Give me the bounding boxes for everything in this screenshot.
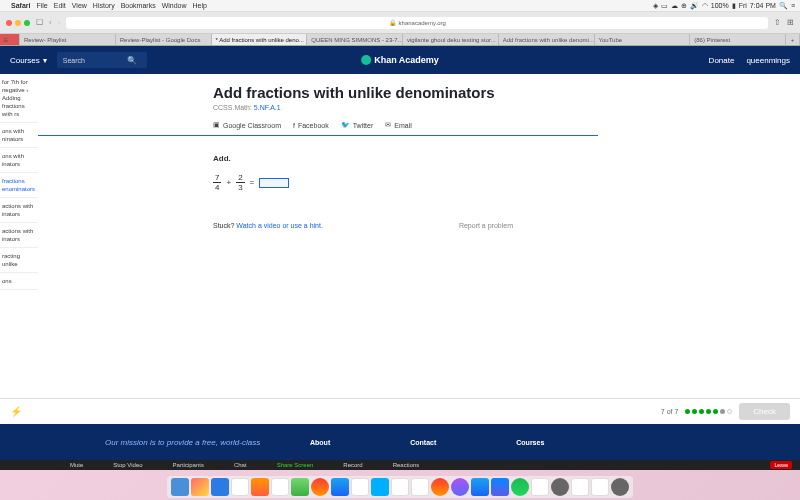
footer-courses[interactable]: Courses — [516, 439, 544, 446]
sidebar-item[interactable]: racting unlike — [0, 248, 38, 273]
downloads-icon[interactable] — [591, 478, 609, 496]
sidebar-toggle-icon[interactable]: ☐ — [36, 18, 43, 27]
zoom-participants[interactable]: Participants — [173, 462, 204, 468]
share-facebook[interactable]: f Facebook — [293, 121, 329, 129]
tab-4[interactable]: QUEEN MING SIMMONS - 23-7... — [307, 34, 403, 45]
music-icon[interactable] — [431, 478, 449, 496]
window-controls — [6, 20, 30, 26]
zoom-reactions[interactable]: Reactions — [393, 462, 420, 468]
sidebar-item[interactable]: ons with inators — [0, 148, 38, 173]
battery-icon: ▮ — [732, 2, 736, 10]
finder-icon[interactable] — [171, 478, 189, 496]
khan-logo[interactable]: Khan Academy — [361, 55, 439, 65]
messages-icon[interactable] — [291, 478, 309, 496]
app2-icon[interactable] — [531, 478, 549, 496]
photos-icon[interactable] — [351, 478, 369, 496]
mac-dock — [167, 476, 633, 498]
search-icon[interactable]: 🔍 — [779, 2, 788, 10]
menu-edit[interactable]: Edit — [54, 2, 66, 9]
share-classroom[interactable]: ▣ Google Classroom — [213, 121, 281, 129]
menu-view[interactable]: View — [72, 2, 87, 9]
sidebar-item[interactable]: ons — [0, 273, 38, 290]
settings-icon[interactable] — [551, 478, 569, 496]
podcasts-icon[interactable] — [451, 478, 469, 496]
problem: Add. 7 4 + 2 3 = — [213, 154, 800, 192]
menu-bookmarks[interactable]: Bookmarks — [121, 2, 156, 9]
donate-link[interactable]: Donate — [709, 56, 735, 65]
tab-8[interactable]: (86) Pinterest — [690, 34, 786, 45]
pages-icon[interactable] — [411, 478, 429, 496]
app-icon[interactable] — [491, 478, 509, 496]
zoom-share[interactable]: Share Screen — [277, 462, 314, 468]
folder-icon[interactable] — [571, 478, 589, 496]
calendar-icon[interactable] — [271, 478, 289, 496]
minimize-icon[interactable] — [15, 20, 21, 26]
breadcrumb[interactable]: for 7th for negative › Adding fractions … — [0, 74, 38, 123]
answer-input[interactable] — [259, 178, 289, 188]
search-icon[interactable]: 🔍 — [127, 56, 137, 65]
tabs-icon[interactable]: ⊞ — [787, 18, 794, 27]
sidebar-item-active[interactable]: fractions enominators — [0, 173, 38, 198]
facetime-icon[interactable] — [391, 478, 409, 496]
maps-icon[interactable] — [371, 478, 389, 496]
forward-icon[interactable]: › — [58, 18, 61, 27]
sidebar-item[interactable]: actions with inators — [0, 223, 38, 248]
zoom-mute[interactable]: Mute — [70, 462, 83, 468]
share-icon[interactable]: ⇧ — [774, 18, 781, 27]
tab-2[interactable]: Review-Playlist - Google Docs — [116, 34, 212, 45]
equals-sign: = — [250, 178, 255, 187]
wifi-icon: ⊕ — [681, 2, 687, 10]
mission-text: Our mission is to provide a free, world-… — [105, 438, 260, 447]
trash-icon[interactable] — [611, 478, 629, 496]
tab-7[interactable]: YouTube — [595, 34, 691, 45]
mail-icon[interactable] — [231, 478, 249, 496]
menu-icon[interactable]: ≡ — [791, 2, 795, 9]
spotify-icon[interactable] — [511, 478, 529, 496]
report-link[interactable]: Report a problem — [459, 222, 513, 229]
tab-6[interactable]: Add fractions with unlike denomi... — [499, 34, 595, 45]
zap-icon[interactable]: ⚡ — [10, 406, 22, 417]
sidebar-item[interactable]: actions with inators — [0, 198, 38, 223]
tab-3[interactable]: * Add fractions with unlike deno... — [212, 34, 308, 45]
equation: 7 4 + 2 3 = — [213, 173, 800, 192]
footer-about[interactable]: About — [310, 439, 330, 446]
contacts-icon[interactable] — [251, 478, 269, 496]
menu-file[interactable]: File — [36, 2, 47, 9]
share-twitter[interactable]: 🐦 Twitter — [341, 121, 374, 129]
reminders-icon[interactable] — [311, 478, 329, 496]
username-link[interactable]: queenmings — [746, 56, 790, 65]
hint-link[interactable]: Watch a video or use a hint. — [236, 222, 323, 229]
zoom-chat[interactable]: Chat — [234, 462, 247, 468]
tab-5[interactable]: vigilante ghoul deku testing stor... — [403, 34, 499, 45]
zoom-leave[interactable]: Leave — [770, 461, 792, 469]
plus-sign: + — [226, 178, 231, 187]
mac-menu-right: ◈ ▭ ☁ ⊕ 🔊 ◠ 100% ▮ Fri 7:04 PM 🔍 ≡ — [653, 2, 795, 10]
check-button[interactable]: Check — [739, 403, 790, 420]
zoom-record[interactable]: Record — [343, 462, 362, 468]
zoom-stopvideo[interactable]: Stop Video — [113, 462, 142, 468]
share-email[interactable]: ✉ Email — [385, 121, 412, 129]
courses-dropdown[interactable]: Courses ▾ — [10, 56, 47, 65]
fraction-2: 2 3 — [236, 173, 244, 192]
app-name[interactable]: Safari — [11, 2, 30, 9]
appstore-icon[interactable] — [471, 478, 489, 496]
menu-window[interactable]: Window — [162, 2, 187, 9]
footer-contact[interactable]: Contact — [410, 439, 436, 446]
tab-0[interactable]: E — [0, 34, 20, 45]
notes-icon[interactable] — [331, 478, 349, 496]
maximize-icon[interactable] — [24, 20, 30, 26]
launchpad-icon[interactable] — [191, 478, 209, 496]
new-tab[interactable]: + — [786, 34, 800, 45]
sidebar-item[interactable]: ons with ninators — [0, 123, 38, 148]
close-icon[interactable] — [6, 20, 12, 26]
back-icon[interactable]: ‹ — [49, 18, 52, 27]
tab-1[interactable]: Review- Playlist — [20, 34, 116, 45]
standard-link[interactable]: 5.NF.A.1 — [254, 104, 281, 111]
menu-help[interactable]: Help — [193, 2, 207, 9]
address-bar[interactable]: 🔒 khanacademy.org — [66, 17, 768, 29]
search-input[interactable] — [63, 57, 123, 64]
safari-icon[interactable] — [211, 478, 229, 496]
search-container: 🔍 — [57, 52, 147, 68]
exercise-area: Add fractions with unlike denominators C… — [38, 74, 800, 424]
menu-history[interactable]: History — [93, 2, 115, 9]
